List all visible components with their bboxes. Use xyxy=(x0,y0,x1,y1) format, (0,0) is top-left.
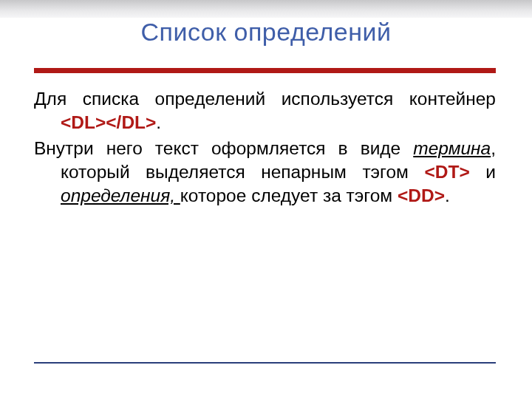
dl-tag: <DL></DL> xyxy=(61,112,156,132)
p1-text-1: Для списка определений используется конт… xyxy=(34,89,496,109)
slide-title: Список определений xyxy=(0,18,532,47)
top-gradient-bar xyxy=(0,0,532,18)
dd-tag: <DD> xyxy=(398,185,445,205)
dt-tag: <DT> xyxy=(425,162,470,182)
p2-text-5: . xyxy=(445,185,450,205)
term-termina: термина xyxy=(413,138,491,158)
paragraph-1: Для списка определений используется конт… xyxy=(34,87,496,135)
term-opredeleniya: определения, xyxy=(61,185,180,205)
title-underline xyxy=(34,68,496,73)
body-text: Для списка определений используется конт… xyxy=(34,87,496,210)
p2-text-1: Внутри него текст оформляется в виде xyxy=(34,138,413,158)
slide: Список определений Для списка определени… xyxy=(0,0,532,399)
footer-rule xyxy=(34,362,496,364)
p2-text-3: и xyxy=(470,162,496,182)
p1-text-2: . xyxy=(156,112,161,132)
paragraph-2: Внутри него текст оформляется в виде тер… xyxy=(34,137,496,208)
p2-text-4: которое следует за тэгом xyxy=(180,185,398,205)
